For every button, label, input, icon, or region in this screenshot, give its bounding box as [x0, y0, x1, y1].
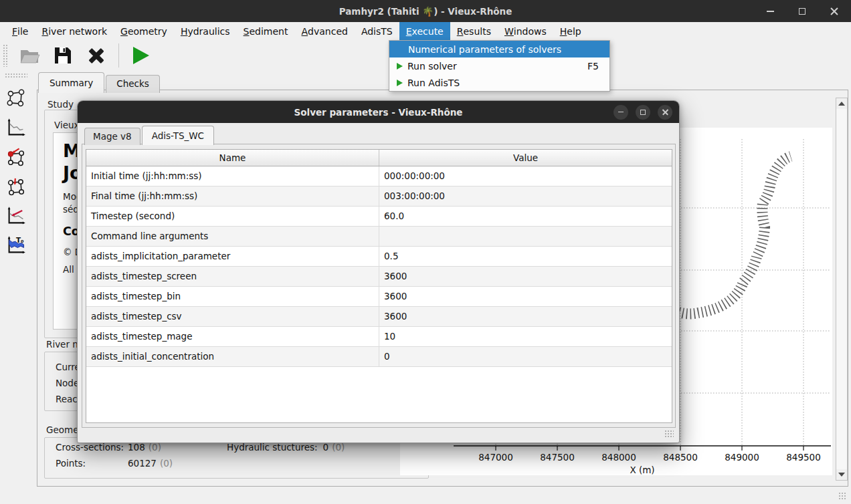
- menu-sediment[interactable]: Sediment: [237, 22, 295, 40]
- longitudinal-profile-tool-button[interactable]: [4, 116, 28, 139]
- param-value[interactable]: 3600: [379, 266, 672, 286]
- menu-item-label: Run AdisTS: [407, 78, 460, 88]
- solver-parameters-dialog: Solver parameters - Vieux-Rhône Mage v8 …: [77, 100, 680, 443]
- stat-badge: (0): [332, 442, 345, 453]
- hydrograph-tool-button[interactable]: T₀: [4, 234, 28, 257]
- study-group-title: Study: [48, 99, 74, 110]
- open-study-button[interactable]: [18, 44, 41, 67]
- menu-execute[interactable]: Execute: [399, 22, 450, 40]
- run-solver-button[interactable]: [130, 44, 153, 67]
- svg-text:849000: 849000: [725, 452, 759, 463]
- svg-text:848000: 848000: [601, 452, 636, 463]
- window-resize-grip[interactable]: [838, 492, 847, 501]
- menu-windows[interactable]: Windows: [498, 22, 553, 40]
- column-header-value[interactable]: Value: [379, 150, 672, 166]
- menubar: File River network Geometry Hydraulics S…: [0, 22, 851, 40]
- menu-geometry[interactable]: Geometry: [114, 22, 174, 40]
- scroll-up-button[interactable]: [836, 98, 847, 109]
- run-adists-icon: [397, 80, 403, 86]
- maximize-button[interactable]: [795, 4, 810, 19]
- param-value[interactable]: 000:00:00:00: [379, 166, 672, 186]
- run-solver-icon: [397, 63, 403, 70]
- dialog-maximize-button[interactable]: [636, 105, 650, 120]
- menu-river-network[interactable]: River network: [35, 22, 114, 40]
- stat-value: 60127: [128, 458, 157, 469]
- param-value[interactable]: 003:00:00:00: [379, 186, 672, 206]
- table-row: adists_initial_concentration0: [86, 346, 672, 366]
- tab-mage-v8[interactable]: Mage v8: [84, 128, 140, 145]
- param-value[interactable]: [379, 226, 672, 246]
- window-title: Pamhyr2 (Tahiti 🌴) - Vieux-Rhône: [339, 6, 512, 17]
- hydrograph-icon: T₀: [6, 235, 26, 255]
- status-bar: [0, 487, 851, 504]
- menu-item-label: Run solver: [407, 61, 457, 72]
- left-toolbar-drag-handle[interactable]: [5, 73, 27, 78]
- param-name: adists_timestep_bin: [86, 286, 379, 306]
- arrow-up-icon: [838, 102, 845, 106]
- param-value[interactable]: 0.5: [379, 246, 672, 266]
- edit-reach-tool-button[interactable]: [4, 175, 28, 198]
- solver-tabs: Mage v8 Adis-TS_WC: [84, 126, 215, 145]
- dialog-close-button[interactable]: [658, 105, 672, 120]
- dialog-titlebar[interactable]: Solver parameters - Vieux-Rhône: [78, 101, 679, 123]
- menu-advanced[interactable]: Advanced: [294, 22, 354, 40]
- river-network-tool-button[interactable]: [4, 87, 28, 110]
- edit-node-tool-button[interactable]: [4, 146, 28, 168]
- menu-file[interactable]: File: [5, 22, 35, 40]
- close-icon: [830, 7, 838, 15]
- tab-adis-ts-wc[interactable]: Adis-TS_WC: [142, 126, 214, 145]
- tab-checks[interactable]: Checks: [106, 75, 160, 93]
- menu-item-run-solver[interactable]: Run solver F5: [389, 57, 609, 74]
- folder-open-icon: [19, 45, 40, 66]
- tab-summary[interactable]: Summary: [38, 72, 104, 93]
- save-study-button[interactable]: [52, 44, 74, 67]
- maximize-icon: [799, 8, 806, 15]
- menu-help[interactable]: Help: [553, 22, 588, 40]
- table-header-row: Name Value: [86, 150, 672, 166]
- param-name: Final time (jj:hh:mm:ss): [86, 186, 379, 206]
- close-study-icon: [88, 47, 105, 64]
- param-name: adists_implicitation_parameter: [86, 246, 379, 266]
- minimize-button[interactable]: [763, 4, 777, 19]
- window-titlebar: Pamhyr2 (Tahiti 🌴) - Vieux-Rhône: [0, 0, 851, 22]
- param-name: Command line arguments: [86, 226, 379, 246]
- svg-text:848500: 848500: [663, 452, 698, 463]
- param-name: adists_timestep_csv: [86, 306, 379, 326]
- param-value[interactable]: 10: [379, 326, 672, 346]
- dialog-resize-grip[interactable]: [664, 430, 674, 438]
- column-header-name[interactable]: Name: [86, 150, 379, 166]
- svg-text:847500: 847500: [540, 452, 575, 463]
- river-network-group-title: River n: [46, 339, 78, 350]
- stat-badge: (0): [160, 458, 173, 469]
- stat-label: Hydraulic stuctures:: [227, 442, 318, 453]
- param-name: adists_initial_concentration: [86, 346, 379, 366]
- menu-item-numerical-parameters[interactable]: Numerical parameters of solvers: [389, 41, 609, 57]
- toolbar-drag-handle[interactable]: [3, 44, 7, 67]
- chart-edit-tool-button[interactable]: [4, 205, 28, 227]
- menu-hydraulics[interactable]: Hydraulics: [174, 22, 237, 40]
- svg-text:849500: 849500: [786, 452, 821, 463]
- toolbar-separator: [118, 43, 119, 68]
- menu-results[interactable]: Results: [450, 22, 498, 40]
- param-value[interactable]: 0: [379, 346, 672, 366]
- param-name: adists_timestep_screen: [86, 266, 379, 286]
- save-icon: [53, 45, 73, 66]
- param-value[interactable]: 3600: [379, 286, 672, 306]
- stat-hydraulic-structures: Hydraulic stuctures: 0 (0): [227, 442, 345, 453]
- close-study-button[interactable]: [85, 44, 108, 67]
- table-row: adists_timestep_mage10: [86, 326, 672, 346]
- stat-label: Points:: [56, 458, 128, 469]
- table-row: Command line arguments: [86, 226, 672, 246]
- dialog-minimize-button[interactable]: [613, 105, 628, 120]
- t0-label: T₀: [16, 236, 24, 244]
- menu-item-run-adists[interactable]: Run AdisTS: [389, 74, 609, 91]
- scroll-down-button[interactable]: [836, 469, 847, 480]
- minimize-icon: [767, 11, 774, 12]
- plot-x-axis-label: X (m): [630, 465, 654, 475]
- param-value[interactable]: 60.0: [379, 206, 672, 226]
- plot-vertical-scrollbar[interactable]: [836, 98, 848, 481]
- param-value[interactable]: 3600: [379, 306, 672, 326]
- menu-adists[interactable]: AdisTS: [355, 22, 399, 40]
- close-button[interactable]: [827, 4, 842, 19]
- menu-item-label: Numerical parameters of solvers: [408, 44, 561, 55]
